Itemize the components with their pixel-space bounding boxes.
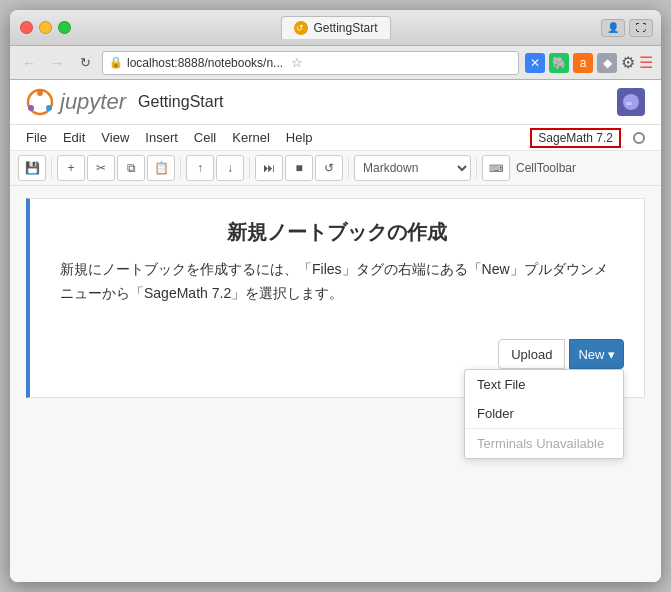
fast-forward-button[interactable]: ⏭ <box>255 155 283 181</box>
move-up-button[interactable]: ↑ <box>186 155 214 181</box>
copy-cell-button[interactable]: ⧉ <box>117 155 145 181</box>
menu-edit[interactable]: Edit <box>63 127 85 148</box>
close-button[interactable] <box>20 21 33 34</box>
svg-point-1 <box>37 90 43 96</box>
toolbar-separator-1 <box>51 157 52 179</box>
ext-amazon-icon[interactable]: a <box>573 53 593 73</box>
menu-view[interactable]: View <box>101 127 129 148</box>
forward-button[interactable]: → <box>46 52 68 74</box>
toolbar-separator-5 <box>476 157 477 179</box>
svg-point-2 <box>28 105 34 111</box>
address-bar: ← → ↻ 🔒 localhost:8888/notebooks/n... ☆ … <box>10 46 661 80</box>
kernel-status-box: SageMath 7.2 <box>530 128 621 148</box>
dropdown-item-folder[interactable]: Folder <box>465 399 623 428</box>
browser-tab[interactable]: ↺ GettingStart <box>280 16 390 39</box>
kernel-logo: ∞ <box>617 88 645 116</box>
cell-paragraph: 新規にノートブックを作成するには、「Files」タグの右端にある「New」プルダ… <box>60 258 614 306</box>
new-label: New ▾ <box>578 347 615 362</box>
svg-point-3 <box>46 105 52 111</box>
back-button[interactable]: ← <box>18 52 40 74</box>
jupyter-title: jupyter <box>60 89 126 115</box>
minimize-button[interactable] <box>39 21 52 34</box>
user-icon[interactable]: 👤 <box>601 19 625 37</box>
ext-elephant-icon[interactable]: 🐘 <box>549 53 569 73</box>
cell-toolbar-label: CellToolbar <box>516 161 576 175</box>
tab-bar: ↺ GettingStart <box>280 16 390 39</box>
kernel-circle-icon <box>633 132 645 144</box>
new-dropdown: New ▾ Text File Folder Terminals Unavail… <box>569 339 624 369</box>
cut-cell-button[interactable]: ✂ <box>87 155 115 181</box>
menu-help[interactable]: Help <box>286 127 313 148</box>
toolbar-separator-2 <box>180 157 181 179</box>
jupyter-header: jupyter GettingStart ∞ <box>10 80 661 125</box>
jupyter-logo: jupyter <box>26 88 126 116</box>
traffic-lights <box>20 21 71 34</box>
browser-window: ↺ GettingStart 👤 ⛶ ← → ↻ 🔒 localhost:888… <box>10 10 661 582</box>
cell-title: 新規ノートブックの作成 <box>60 219 614 246</box>
ext-unknown-icon[interactable]: ◆ <box>597 53 617 73</box>
bookmark-icon[interactable]: ☆ <box>291 55 303 70</box>
upload-button[interactable]: Upload <box>498 339 565 369</box>
dropdown-item-terminals: Terminals Unavailable <box>465 429 623 458</box>
menu-cell[interactable]: Cell <box>194 127 216 148</box>
title-bar: ↺ GettingStart 👤 ⛶ <box>10 10 661 46</box>
content-area: 新規ノートブックの作成 新規にノートブックを作成するには、「Files」タグの右… <box>10 186 661 582</box>
jupyter-area: jupyter GettingStart ∞ File Edit View In… <box>10 80 661 582</box>
menu-insert[interactable]: Insert <box>145 127 178 148</box>
add-cell-button[interactable]: + <box>57 155 85 181</box>
url-lock-icon: 🔒 <box>109 56 123 69</box>
dropdown-area: Upload New ▾ Text File Folder Terminals … <box>498 339 624 369</box>
jupyter-logo-icon <box>26 88 54 116</box>
kernel-status-label: SageMath 7.2 <box>538 131 613 145</box>
tab-label: GettingStart <box>313 21 377 35</box>
url-bar[interactable]: 🔒 localhost:8888/notebooks/n... ☆ <box>102 51 519 75</box>
toolbar-separator-3 <box>249 157 250 179</box>
notebook-name[interactable]: GettingStart <box>138 93 223 111</box>
cell-type-select[interactable]: Markdown Code Raw NBConvert Heading <box>354 155 471 181</box>
url-text: localhost:8888/notebooks/n... <box>127 56 283 70</box>
chrome-menu-icon[interactable]: ☰ <box>639 53 653 72</box>
maximize-button[interactable] <box>58 21 71 34</box>
tab-favicon: ↺ <box>293 21 307 35</box>
menu-bar: File Edit View Insert Cell Kernel Help S… <box>10 125 661 151</box>
settings-icon[interactable]: ⚙ <box>621 53 635 72</box>
save-button[interactable]: 💾 <box>18 155 46 181</box>
toolbar-separator-4 <box>348 157 349 179</box>
extension-icons: ✕ 🐘 a ◆ ⚙ ☰ <box>525 53 653 73</box>
restart-button[interactable]: ↺ <box>315 155 343 181</box>
notebook-cell: 新規ノートブックの作成 新規にノートブックを作成するには、「Files」タグの右… <box>26 198 645 398</box>
ext-x-icon[interactable]: ✕ <box>525 53 545 73</box>
new-dropdown-menu: Text File Folder Terminals Unavailable <box>464 369 624 459</box>
window-controls: 👤 ⛶ <box>601 19 653 37</box>
paste-cell-button[interactable]: 📋 <box>147 155 175 181</box>
svg-text:∞: ∞ <box>626 99 632 108</box>
fullscreen-icon[interactable]: ⛶ <box>629 19 653 37</box>
menu-file[interactable]: File <box>26 127 47 148</box>
dropdown-item-textfile[interactable]: Text File <box>465 370 623 399</box>
keyboard-icon[interactable]: ⌨ <box>482 155 510 181</box>
stop-button[interactable]: ■ <box>285 155 313 181</box>
new-button[interactable]: New ▾ <box>569 339 624 369</box>
move-down-button[interactable]: ↓ <box>216 155 244 181</box>
toolbar: 💾 + ✂ ⧉ 📋 ↑ ↓ ⏭ ■ ↺ Markdown Code Raw NB… <box>10 151 661 186</box>
menu-kernel[interactable]: Kernel <box>232 127 270 148</box>
refresh-button[interactable]: ↻ <box>74 52 96 74</box>
